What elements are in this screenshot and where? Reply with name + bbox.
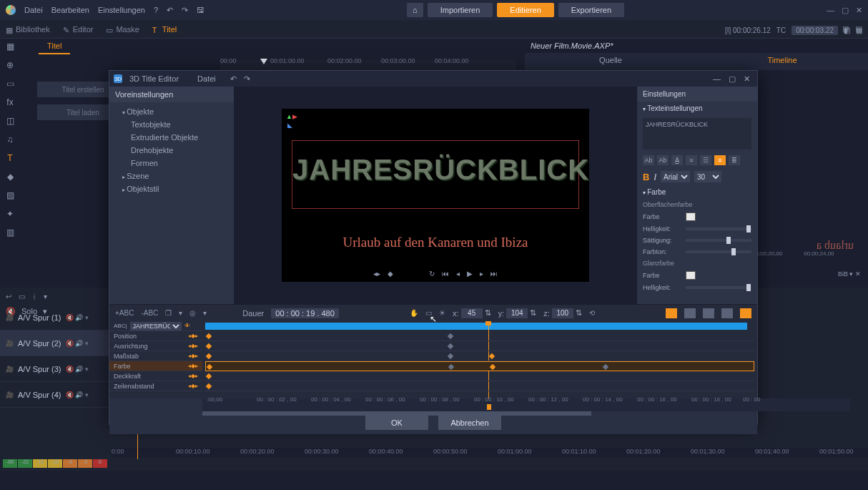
dialog-titlebar[interactable]: 3D 3D Title Editor Datei ↶ ↷ — ▢ ✕: [109, 71, 757, 87]
main-title-text[interactable]: JAHRESRÜCKBLICK: [292, 141, 578, 186]
sb-asset-icon[interactable]: ▥: [5, 227, 15, 237]
keyframe-dot[interactable]: [206, 333, 212, 339]
titel-tab-label[interactable]: Titel: [39, 39, 70, 54]
timeline-tab[interactable]: Timeline: [696, 53, 868, 70]
3d-viewport[interactable]: ▲▶◣ JAHRESRÜCKBLICK Urlaub auf den Kanar…: [282, 109, 589, 282]
color-section[interactable]: Farbe: [637, 185, 757, 199]
ok-button[interactable]: OK: [365, 416, 428, 430]
redo-icon[interactable]: ↷: [182, 6, 188, 15]
keyframe-tracks[interactable]: [202, 321, 757, 398]
sb-title-icon[interactable]: T: [5, 153, 15, 163]
menu-file[interactable]: Datei: [24, 6, 43, 14]
keyframe-dot[interactable]: [206, 343, 212, 349]
sb-adjust-icon[interactable]: ✦: [5, 209, 15, 219]
menu-settings[interactable]: Einstellungen: [98, 6, 145, 14]
tree-szene[interactable]: Szene: [109, 170, 234, 182]
title-ruler-playhead[interactable]: [260, 59, 267, 64]
fmt-caps-icon[interactable]: A̲: [671, 155, 683, 165]
keyframe-dot[interactable]: [207, 364, 212, 370]
kf-ausrichtung[interactable]: Ausrichtung◂◆▸: [109, 341, 202, 351]
remove-text-icon[interactable]: -ABC: [141, 309, 158, 317]
kf-ruler[interactable]: :00,00 00 : 00 : 02 , 00 00 : 00 : 04 , …: [202, 398, 850, 411]
kf-nav-icon[interactable]: ◂◆▸: [188, 333, 198, 339]
tree-extrudierte[interactable]: Extrudierte Objekte: [109, 131, 234, 144]
tl-split-icon[interactable]: ⟊: [32, 293, 36, 300]
text-settings-section[interactable]: Texteinstellungen: [637, 102, 757, 115]
dialog-close-icon[interactable]: ✕: [741, 74, 753, 83]
track-2[interactable]: 🎥A/V Spur (2)🔇 🔊 ▾: [0, 330, 109, 356]
kf-scrollbar[interactable]: [202, 411, 591, 416]
close-icon[interactable]: ✕: [856, 6, 862, 15]
view-quad-icon[interactable]: [740, 308, 751, 318]
kf-massstab[interactable]: Maßstab◂◆▸: [109, 351, 202, 361]
x-stepper-icon[interactable]: ⇅: [485, 308, 491, 318]
sb-fx-icon[interactable]: fx: [5, 97, 15, 107]
sb-trans-icon[interactable]: ◫: [5, 116, 15, 126]
cancel-button[interactable]: Abbrechen: [438, 416, 501, 430]
sb-audio-icon[interactable]: ♫: [5, 134, 15, 144]
font-select[interactable]: Arial: [661, 171, 690, 182]
dialog-minimize-icon[interactable]: —: [710, 74, 724, 83]
help-icon[interactable]: ?: [154, 6, 158, 14]
home-button[interactable]: ⌂: [407, 3, 423, 17]
vp-prev-icon[interactable]: ◂: [456, 270, 460, 278]
minimize-icon[interactable]: —: [827, 6, 834, 15]
dialog-undo-icon[interactable]: ↶: [230, 74, 237, 84]
dialog-maximize-icon[interactable]: ▢: [726, 74, 739, 83]
duration-input[interactable]: 00 : 00 : 19 . 480: [271, 308, 339, 318]
layout-icon-1[interactable]: ◧: [844, 26, 850, 34]
export-button[interactable]: Exportieren: [558, 3, 624, 17]
track-1[interactable]: 🎥A/V Spur (1)🔇 🔊 ▾: [0, 305, 109, 330]
x-input[interactable]: [461, 308, 483, 318]
object-select[interactable]: JAHRESRÜCKBL...: [130, 322, 182, 330]
target-icon[interactable]: ◎: [189, 309, 196, 317]
more-tool-icon[interactable]: ▾: [203, 309, 207, 317]
kf-nav-icon[interactable]: ◂◆▸: [188, 373, 198, 379]
gloss-brightness-slider[interactable]: [686, 286, 751, 289]
dialog-menu-file[interactable]: Datei: [197, 74, 216, 83]
title-text-input[interactable]: JAHRESRÜCKBLICK: [643, 118, 751, 150]
link-icon[interactable]: ▾: [179, 309, 182, 317]
keyframe-dot[interactable]: [448, 333, 453, 339]
hue-slider[interactable]: [686, 250, 751, 253]
z-input[interactable]: [552, 308, 573, 318]
tl-more-icon[interactable]: ▾: [44, 293, 47, 300]
timecode-display[interactable]: 00:00:03.22: [791, 26, 838, 35]
tree-formen[interactable]: Formen: [109, 157, 234, 170]
saturation-slider[interactable]: [686, 239, 751, 242]
vp-first-icon[interactable]: ⏮: [442, 270, 449, 278]
kf-nav-icon[interactable]: ◂◆▸: [188, 383, 198, 389]
keyframe-dot[interactable]: [206, 353, 212, 359]
reset-view-icon[interactable]: ⟲: [589, 309, 595, 317]
bold-button[interactable]: B: [643, 172, 649, 182]
keyframe-dot[interactable]: [206, 383, 212, 389]
tree-drehobjekte[interactable]: Drehobjekte: [109, 144, 234, 157]
import-button[interactable]: Importieren: [428, 3, 493, 17]
vp-ctrl-2[interactable]: ◆: [388, 270, 393, 278]
source-tab[interactable]: Quelle: [525, 53, 696, 70]
track-4[interactable]: 🎥A/V Spur (4)🔇 🔊 ▾: [0, 382, 109, 408]
layout-icon-2[interactable]: ▦: [856, 26, 862, 34]
hand-tool-icon[interactable]: ✋: [410, 309, 418, 317]
light-tool-icon[interactable]: ☀: [439, 309, 445, 317]
keyframe-dot[interactable]: [448, 343, 453, 349]
vp-next-icon[interactable]: ▸: [480, 270, 483, 278]
align-center-icon[interactable]: ☰: [700, 155, 711, 165]
kf-nav-icon[interactable]: ◂◆▸: [188, 363, 198, 369]
kf-zeilen[interactable]: Zeilenabstand◂◆▸: [109, 381, 202, 391]
keyframe-dot[interactable]: [448, 353, 453, 359]
sb-color-icon[interactable]: ▨: [5, 190, 15, 200]
save-icon[interactable]: 🖫: [197, 6, 204, 14]
view-side-icon[interactable]: [703, 308, 714, 318]
edit-button[interactable]: Editieren: [497, 3, 553, 17]
keyframe-dot[interactable]: [603, 364, 608, 370]
sb-shape-icon[interactable]: ◆: [5, 172, 15, 182]
title-bounds[interactable]: JAHRESRÜCKBLICK: [292, 140, 579, 209]
vp-loop-icon[interactable]: ↻: [429, 270, 435, 278]
undo-icon[interactable]: ↶: [167, 6, 173, 15]
sb-media-icon[interactable]: ▦: [5, 41, 15, 52]
tab-title[interactable]: TTitel: [152, 25, 177, 34]
timeline-ruler[interactable]: 0:00 00:00:10.00 00:00:20.00 00:00:30.00…: [112, 448, 868, 458]
align-right-icon[interactable]: ≡: [714, 155, 726, 165]
keyframe-dot[interactable]: [489, 353, 495, 359]
